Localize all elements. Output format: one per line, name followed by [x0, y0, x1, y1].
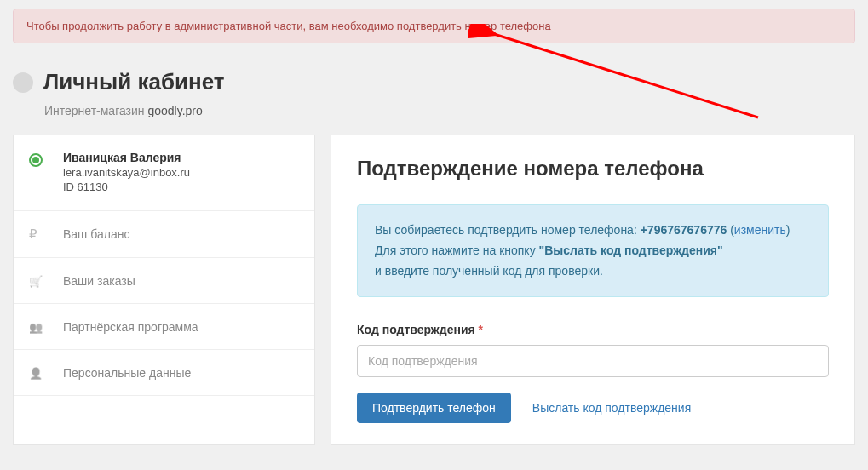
code-label: Код подтверждения * — [357, 323, 829, 336]
info-line1: Вы собираетесь подтвердить номер телефон… — [375, 221, 811, 241]
users-icon — [29, 319, 63, 334]
info-line2-prefix: Для этого нажмите на кнопку — [375, 244, 539, 257]
main-title: Подтверждение номера телефона — [357, 157, 829, 181]
page-header: Личный кабинет — [0, 52, 868, 104]
shop-name: goodly.pro — [147, 104, 202, 118]
page-title: Личный кабинет — [43, 69, 225, 95]
subheader-prefix: Интернет-магазин — [44, 104, 147, 118]
user-email: lera.ivanitskaya@inbox.ru — [63, 166, 299, 179]
user-id: ID 61130 — [63, 181, 299, 193]
person-icon — [29, 365, 63, 380]
sidebar: Иваницкая Валерия lera.ivanitskaya@inbox… — [13, 135, 315, 445]
sidebar-user-block: Иваницкая Валерия lera.ivanitskaya@inbox… — [14, 135, 314, 211]
sidebar-item-partner[interactable]: Партнёрская программа — [14, 304, 314, 350]
info-line2: Для этого нажмите на кнопку "Выслать код… — [375, 241, 811, 261]
change-phone-link[interactable]: изменить — [734, 223, 786, 237]
main-panel: Подтверждение номера телефона Вы собирае… — [331, 135, 855, 445]
action-row: Подтвердить телефон Выслать код подтверж… — [357, 393, 829, 423]
sidebar-item-label: Ваш баланс — [63, 227, 129, 241]
alert-text: Чтобы продолжить работу в административн… — [26, 20, 551, 32]
sidebar-item-orders[interactable]: Ваши заказы — [14, 258, 314, 304]
sidebar-item-label: Ваши заказы — [63, 274, 135, 288]
info-line2-bold: "Выслать код подтверждения" — [539, 244, 723, 257]
sidebar-item-label: Персональные данные — [63, 366, 191, 380]
user-info: Иваницкая Валерия lera.ivanitskaya@inbox… — [63, 151, 299, 195]
info-line1-prefix: Вы собираетесь подтвердить номер телефон… — [375, 223, 641, 237]
avatar-placeholder-icon — [13, 72, 33, 93]
cart-icon — [29, 273, 63, 288]
required-mark: * — [479, 323, 483, 336]
info-line3: и введите полученный код для проверки. — [375, 261, 811, 282]
code-input[interactable] — [357, 345, 829, 377]
sidebar-item-personal[interactable]: Персональные данные — [14, 350, 314, 396]
ruble-icon — [29, 226, 63, 242]
user-online-icon — [29, 153, 43, 167]
confirm-phone-button[interactable]: Подтвердить телефон — [357, 393, 511, 423]
code-label-text: Код подтверждения — [357, 323, 475, 336]
user-status-icon-wrap — [29, 151, 63, 195]
alert-banner: Чтобы продолжить работу в административн… — [13, 9, 855, 43]
sidebar-item-label: Партнёрская программа — [63, 320, 198, 334]
page-subheader: Интернет-магазин goodly.pro — [0, 104, 868, 135]
info-box: Вы собираетесь подтвердить номер телефон… — [357, 204, 829, 297]
info-phone: +796767676776 — [641, 223, 727, 237]
send-code-link[interactable]: Выслать код подтверждения — [532, 401, 691, 415]
main-layout: Иваницкая Валерия lera.ivanitskaya@inbox… — [0, 135, 868, 445]
user-name: Иваницкая Валерия — [63, 151, 299, 164]
sidebar-item-balance[interactable]: Ваш баланс — [14, 211, 314, 258]
